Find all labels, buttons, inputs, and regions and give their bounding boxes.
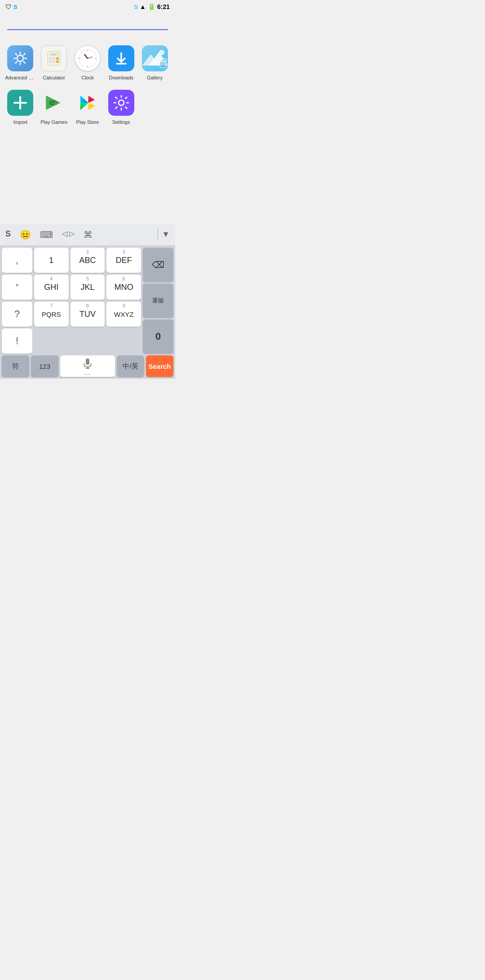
calculator-icon: + − × =: [41, 45, 67, 71]
command-toolbar-icon[interactable]: ⌘: [84, 229, 93, 240]
backspace-label: ⌫: [152, 259, 164, 270]
svg-rect-7: [56, 57, 59, 60]
key-mno[interactable]: 6 MNO: [106, 275, 141, 300]
search-input[interactable]: [7, 16, 168, 30]
key-1[interactable]: 1: [34, 248, 69, 273]
gallery-svg: [142, 45, 168, 71]
settings-icon: [108, 90, 134, 116]
key-123[interactable]: 123: [31, 355, 58, 377]
mic-underline: ___: [84, 370, 91, 375]
zero-label: 0: [155, 331, 161, 342]
key-search-label: Search: [148, 363, 171, 370]
status-bar: 🛡 S S ▲ 🔋 6:21: [0, 0, 175, 13]
app-item-clock[interactable]: Clock: [71, 41, 105, 85]
skype-right-icon: S: [134, 4, 138, 10]
app-item-play-games[interactable]: Play Games: [37, 85, 71, 130]
key-col-right: ⌫ 重输 0: [143, 248, 173, 354]
key-zero[interactable]: 0: [143, 319, 173, 354]
key-tuv-label: TUV: [79, 310, 96, 318]
advanced-settings-icon: [7, 45, 33, 71]
keyboard-main-area: , ° ? ! 1 2 ABC: [0, 246, 175, 354]
hide-keyboard-button[interactable]: ▼: [162, 230, 170, 239]
key-mic[interactable]: ___: [60, 355, 115, 377]
settings-label: Settings: [112, 119, 130, 125]
app-item-play-store[interactable]: Play Store: [71, 85, 105, 130]
key-chongru[interactable]: 重输: [143, 284, 173, 318]
key-tuv[interactable]: 8 TUV: [71, 302, 105, 327]
svg-rect-42: [86, 359, 89, 365]
clock-icon: [75, 45, 101, 71]
keyboard-toolbar: S 😐 ⌨ ◁ ▷ ⌘ ▼: [0, 223, 175, 246]
key-col-left: , ° ? !: [2, 248, 32, 354]
calculator-svg: + − × =: [46, 50, 62, 66]
key-exclaim-label: !: [16, 336, 18, 346]
key-ghi-label: GHI: [44, 283, 58, 291]
key-degree-label: °: [15, 283, 18, 291]
svg-text:× =: × =: [52, 53, 56, 56]
key-jkl[interactable]: 5 JKL: [71, 275, 105, 300]
import-svg: [12, 95, 28, 111]
key-comma[interactable]: ,: [2, 248, 32, 273]
svg-marker-38: [80, 103, 88, 110]
app-item-import[interactable]: Import: [4, 85, 37, 130]
play-games-svg: [44, 93, 63, 112]
key-lang-label: 中/英: [123, 362, 138, 371]
key-exclaim[interactable]: !: [2, 328, 32, 354]
key-3-num: 3: [123, 249, 125, 254]
key-def-label: DEF: [116, 256, 132, 264]
play-store-icon: [75, 90, 101, 116]
svg-point-23: [159, 50, 164, 55]
key-col-main: 1 2 ABC 3 DEF 4 GHI 5 JKL: [34, 248, 141, 354]
svg-point-32: [56, 103, 57, 104]
clock-svg: [78, 48, 97, 68]
key-mno-label: MNO: [115, 283, 133, 291]
calculator-label: Calculator: [43, 75, 65, 81]
wifi-icon: ▲: [140, 3, 146, 10]
key-ghi[interactable]: 4 GHI: [34, 275, 69, 300]
app-item-calculator[interactable]: + − × = Calculator: [37, 41, 71, 85]
svg-point-34: [54, 104, 55, 105]
gallery-label: Gallery: [147, 75, 163, 81]
app-item-gallery[interactable]: Gallery: [138, 41, 172, 85]
svg-point-0: [17, 55, 23, 61]
key-pqrs[interactable]: 7 PQRS: [34, 302, 69, 327]
skype-left-icon: S: [13, 4, 18, 10]
import-label: Import: [13, 119, 27, 125]
app-item-advanced-settings[interactable]: Advanced Se...: [4, 41, 37, 85]
svg-rect-24: [160, 61, 166, 68]
battery-icon: 🔋: [148, 3, 155, 10]
key-fu[interactable]: 符: [2, 355, 29, 377]
keyboard-bottom-row: 符 123 ___ 中/英 Search: [0, 354, 175, 379]
clock-label: Clock: [81, 75, 94, 81]
play-store-label: Play Store: [76, 119, 99, 125]
swype-toolbar-icon[interactable]: S: [5, 229, 11, 240]
key-question[interactable]: ?: [2, 302, 32, 327]
keyboard-toolbar-icon[interactable]: ⌨: [40, 229, 53, 240]
key-backspace[interactable]: ⌫: [143, 248, 173, 282]
key-degree[interactable]: °: [2, 275, 32, 300]
app-item-settings[interactable]: Settings: [104, 85, 138, 130]
key-lang[interactable]: 中/英: [117, 355, 144, 377]
key-abc[interactable]: 2 ABC: [71, 248, 105, 273]
mic-icon: [83, 358, 92, 369]
key-def[interactable]: 3 DEF: [106, 248, 141, 273]
key-row-3: 7 PQRS 8 TUV 9 WXYZ: [34, 302, 141, 327]
svg-rect-5: [49, 57, 52, 60]
chongru-label: 重输: [152, 297, 164, 305]
emoji-toolbar-icon[interactable]: 😐: [20, 229, 31, 240]
toolbar-icons: S 😐 ⌨ ◁ ▷ ⌘: [5, 229, 154, 240]
key-wxyz[interactable]: 9 WXYZ: [106, 302, 141, 327]
svg-marker-37: [80, 96, 88, 103]
key-pqrs-label: PQRS: [42, 311, 61, 318]
key-question-label: ?: [14, 309, 20, 319]
shield-icon: 🛡: [5, 3, 12, 10]
app-item-downloads[interactable]: Downloads: [104, 41, 138, 85]
gallery-icon: [142, 45, 168, 71]
cursor-toolbar-icon[interactable]: ◁ ▷: [62, 229, 75, 240]
settings-svg: [113, 95, 129, 111]
downloads-label: Downloads: [109, 75, 133, 81]
status-right-area: S ▲ 🔋 6:21: [134, 3, 170, 10]
key-search[interactable]: Search: [146, 355, 173, 377]
status-left-icons: 🛡 S: [5, 3, 18, 10]
search-bar-container: [0, 13, 175, 32]
